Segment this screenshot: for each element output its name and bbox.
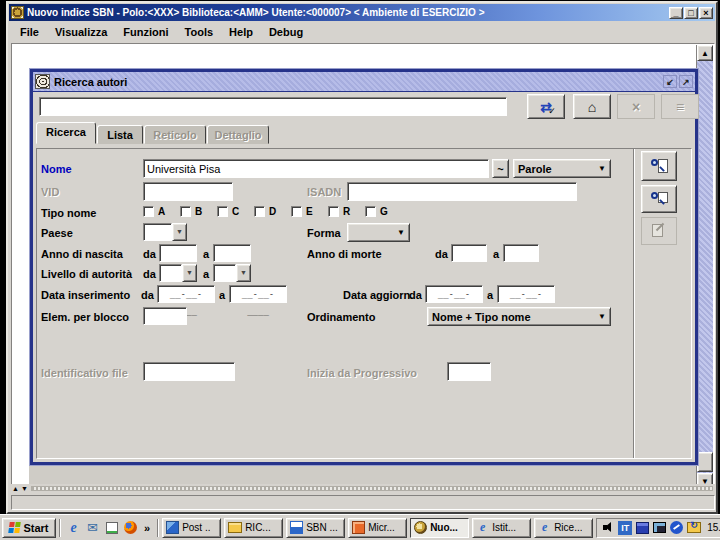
checkbox-icon[interactable] xyxy=(254,206,265,217)
maximize-button[interactable]: □ xyxy=(684,7,698,19)
ricerca-autori-dialog: Ricerca autori ↙ ↗ ⇄ ✓ ⌂ × ≡ xyxy=(30,69,698,465)
da-label: da xyxy=(409,289,422,301)
task-istituto[interactable]: e Istit... xyxy=(472,518,531,538)
chevron-down-icon: ▼ xyxy=(598,312,610,321)
app-titlebar[interactable]: Nuovo indice SBN - Polo:<XXX> Biblioteca… xyxy=(9,4,715,21)
tilde-icon: ~ xyxy=(497,163,503,175)
splitter-down-icon[interactable]: ▼ xyxy=(20,485,29,493)
display-icon[interactable] xyxy=(653,522,666,533)
command-input[interactable] xyxy=(39,97,507,116)
checkbox-icon[interactable] xyxy=(143,206,154,217)
scrollbar-thumb[interactable] xyxy=(697,452,713,472)
checkbox-icon[interactable] xyxy=(291,206,302,217)
chevron-down-icon[interactable]: ▼ xyxy=(236,264,251,282)
elem-blocco-input[interactable] xyxy=(143,307,187,325)
tab-ricerca[interactable]: Ricerca xyxy=(36,122,96,144)
search-icon xyxy=(651,158,668,175)
data-aggiorn-a-input[interactable]: __-__-____ xyxy=(497,285,555,303)
livello-a-select[interactable]: ▼ xyxy=(213,264,251,282)
data-aggiorn-da-input[interactable]: __-__-____ xyxy=(425,285,483,303)
search-list-button[interactable] xyxy=(641,185,677,213)
task-post[interactable]: Post .. xyxy=(162,518,221,538)
close-button[interactable]: × xyxy=(699,7,713,19)
chevron-down-icon[interactable]: ▼ xyxy=(172,223,187,241)
menu-funzioni[interactable]: Funzioni xyxy=(115,23,176,41)
anno-nascita-a-input[interactable] xyxy=(213,244,251,262)
menu-file[interactable]: File xyxy=(12,23,47,41)
progressivo-input[interactable] xyxy=(447,362,491,381)
minimize-button[interactable]: _ xyxy=(669,7,683,19)
chevron-more-icon[interactable]: » xyxy=(142,522,152,534)
nome-input[interactable] xyxy=(143,159,489,178)
internet-explorer-icon[interactable]: e xyxy=(66,520,81,535)
splitter-up-icon[interactable]: ▲ xyxy=(11,485,20,493)
ordinamento-label: Ordinamento xyxy=(307,311,375,323)
data-inserimento-da-input[interactable]: __-__-____ xyxy=(157,285,215,303)
anno-nascita-da-input[interactable] xyxy=(159,244,197,262)
anno-morte-a-input[interactable] xyxy=(503,244,539,262)
language-indicator[interactable]: IT xyxy=(618,521,632,535)
nome-expand-button[interactable]: ~ xyxy=(492,159,509,178)
splitter-grip[interactable] xyxy=(31,486,713,491)
tipo-nome-label: Tipo nome xyxy=(41,207,96,219)
search-button[interactable] xyxy=(641,151,677,181)
checkbox-icon[interactable] xyxy=(180,206,191,217)
tipo-nome-checkbox-e[interactable]: E xyxy=(291,206,313,217)
menu-visualizza[interactable]: Visualizza xyxy=(47,23,115,41)
tipo-nome-checkbox-c[interactable]: C xyxy=(217,206,239,217)
micro-app-icon xyxy=(352,521,365,534)
update-icon[interactable] xyxy=(670,521,683,534)
menu-help[interactable]: Help xyxy=(221,23,261,41)
vid-input[interactable] xyxy=(143,182,233,201)
paese-select[interactable]: ▼ xyxy=(143,223,187,241)
livello-da-value xyxy=(159,264,182,282)
checkbox-icon[interactable] xyxy=(365,206,376,217)
task-nuovo-indice-active[interactable]: Nuo... xyxy=(410,518,469,538)
app-window-icon[interactable] xyxy=(104,520,119,535)
sync-folder-icon[interactable] xyxy=(687,522,701,533)
mail-icon[interactable]: ✉ xyxy=(85,520,100,535)
tipo-nome-checkbox-d[interactable]: D xyxy=(254,206,276,217)
checkbox-icon[interactable] xyxy=(328,206,339,217)
task-micr[interactable]: Micr... xyxy=(348,518,407,538)
anno-morte-da-input[interactable] xyxy=(451,244,487,262)
confirm-search-button[interactable]: ⇄ ✓ xyxy=(527,94,565,119)
dialog-maximize-icon[interactable]: ↗ xyxy=(679,75,693,88)
panel-divider xyxy=(633,149,635,458)
ordinamento-select[interactable]: Nome + Tipo nome ▼ xyxy=(427,307,611,326)
tipo-nome-checkbox-g[interactable]: G xyxy=(365,206,388,217)
elem-blocco-label: Elem. per blocco xyxy=(41,311,129,323)
tab-dettaglio: Dettaglio xyxy=(207,125,269,144)
volume-icon[interactable] xyxy=(603,522,614,533)
forma-select[interactable]: ▼ xyxy=(347,223,410,242)
home-button[interactable]: ⌂ xyxy=(573,94,611,119)
menu-bar: File Visualizza Funzioni Tools Help Debu… xyxy=(8,22,716,41)
dialog-restore-icon[interactable]: ↙ xyxy=(663,75,677,88)
tipo-nome-checkbox-a[interactable]: A xyxy=(143,206,165,217)
task-sbn[interactable]: SBN ... xyxy=(286,518,345,538)
livello-da-select[interactable]: ▼ xyxy=(159,264,197,282)
document-icon xyxy=(290,521,303,534)
identificativo-input[interactable] xyxy=(143,362,235,381)
tipo-nome-checkbox-b[interactable]: B xyxy=(180,206,202,217)
data-inserimento-a-input[interactable]: __-__-____ xyxy=(229,285,287,303)
menu-tools[interactable]: Tools xyxy=(177,23,222,41)
firefox-icon[interactable] xyxy=(123,520,138,535)
checkbox-icon[interactable] xyxy=(217,206,228,217)
task-ric[interactable]: RIC... xyxy=(224,518,283,538)
menu-debug[interactable]: Debug xyxy=(261,23,311,41)
tray-window-icon[interactable] xyxy=(636,522,649,534)
splitter-bar[interactable]: ▲ ▼ xyxy=(11,484,715,493)
start-button[interactable]: Start xyxy=(2,518,56,538)
tipo-nome-checkbox-r[interactable]: R xyxy=(328,206,350,217)
chevron-down-icon[interactable]: ▼ xyxy=(182,264,197,282)
tab-lista[interactable]: Lista xyxy=(97,125,143,144)
isadn-label: ISADN xyxy=(307,186,341,198)
dialog-titlebar[interactable]: Ricerca autori ↙ ↗ xyxy=(33,72,695,92)
scroll-up-icon[interactable]: ▲ xyxy=(697,45,713,61)
match-mode-select[interactable]: Parole ▼ xyxy=(513,159,611,178)
chevron-down-icon: ▼ xyxy=(598,164,610,173)
isadn-input[interactable] xyxy=(347,182,577,201)
task-ricerca[interactable]: e Rice... xyxy=(534,518,593,538)
post-app-icon xyxy=(166,521,179,534)
